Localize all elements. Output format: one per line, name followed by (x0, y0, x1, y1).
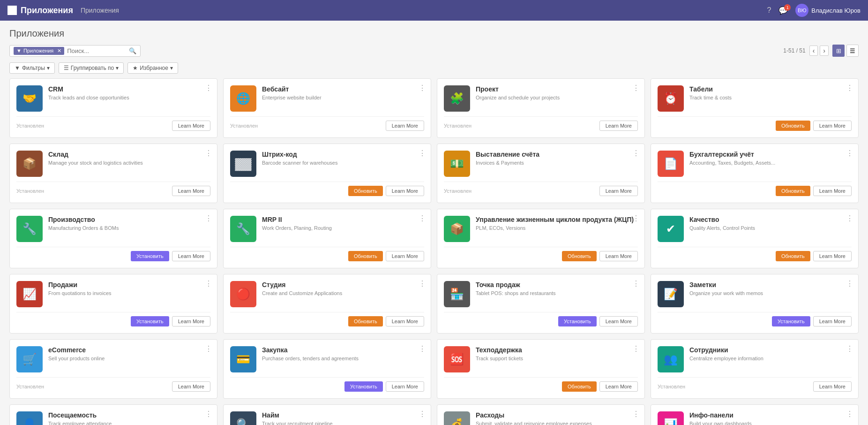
app-name: Табели (689, 85, 852, 93)
app-menu-btn[interactable]: ⋮ (419, 410, 426, 418)
install-btn[interactable]: Установить (558, 316, 597, 326)
app-name: Производство (48, 216, 210, 223)
app-desc: Track your recruitment pipeline (262, 420, 424, 425)
list-view-btn[interactable]: ☰ (846, 45, 859, 57)
logo-text: Приложения (21, 6, 73, 15)
groupby-btn[interactable]: ☰ Группировать по ▾ (59, 62, 124, 74)
search-box[interactable]: ▼ Приложения ✕ 🔍 (9, 45, 141, 57)
update-btn[interactable]: Обновить (348, 186, 383, 196)
learn-more-btn[interactable]: Learn More (386, 381, 424, 392)
search-input[interactable] (67, 47, 129, 54)
app-menu-btn[interactable]: ⋮ (632, 214, 640, 223)
learn-more-btn[interactable]: Learn More (813, 186, 852, 196)
app-status: Установлен (658, 384, 685, 389)
learn-more-btn[interactable]: Learn More (172, 381, 210, 392)
app-menu-btn[interactable]: ⋮ (632, 344, 640, 353)
learn-more-btn[interactable]: Learn More (386, 316, 424, 326)
learn-more-btn[interactable]: Learn More (599, 316, 638, 326)
app-desc: Purchase orders, tenders and agreements (262, 355, 424, 362)
favorites-btn[interactable]: ★ Избранное ▾ (127, 62, 178, 74)
app-menu-btn[interactable]: ⋮ (632, 83, 640, 92)
app-menu-btn[interactable]: ⋮ (419, 83, 426, 92)
app-info: Закупка Purchase orders, tenders and agr… (262, 346, 424, 362)
app-icon: 📊 (658, 411, 684, 425)
app-icon: 💵 (444, 151, 470, 177)
search-icon[interactable]: 🔍 (129, 47, 136, 54)
app-menu-btn[interactable]: ⋮ (205, 83, 212, 92)
install-btn[interactable]: Установить (131, 251, 169, 261)
grid-view-btn[interactable]: ⊞ (832, 45, 845, 57)
app-menu-btn[interactable]: ⋮ (205, 344, 212, 353)
app-menu-btn[interactable]: ⋮ (846, 279, 853, 288)
app-info: Сотрудники Centralize employee informati… (689, 346, 852, 362)
learn-more-btn[interactable]: Learn More (813, 121, 852, 131)
learn-more-btn[interactable]: Learn More (599, 186, 638, 196)
learn-more-btn[interactable]: Learn More (386, 251, 424, 261)
learn-more-btn[interactable]: Learn More (599, 251, 638, 261)
update-btn[interactable]: Обновить (562, 251, 597, 261)
app-menu-btn[interactable]: ⋮ (846, 214, 853, 223)
learn-more-btn[interactable]: Learn More (386, 186, 424, 196)
app-name: Бухгалтерский учёт (689, 151, 852, 158)
help-icon[interactable]: ? (767, 6, 771, 15)
learn-more-btn[interactable]: Learn More (813, 316, 852, 326)
learn-more-btn[interactable]: Learn More (599, 121, 638, 131)
app-icon: 🧩 (444, 85, 470, 112)
learn-more-btn[interactable]: Learn More (599, 381, 638, 392)
app-menu-btn[interactable]: ⋮ (205, 214, 212, 223)
notification-icon[interactable]: 💬 1 (778, 6, 788, 15)
prev-page-btn[interactable]: ‹ (809, 46, 818, 56)
app-menu-btn[interactable]: ⋮ (846, 410, 853, 418)
app-actions: УстановитьLearn More (131, 316, 210, 326)
app-footer: ОбновитьLearn More (230, 247, 424, 261)
update-btn[interactable]: Обновить (348, 316, 383, 326)
learn-more-btn[interactable]: Learn More (386, 121, 424, 131)
install-btn[interactable]: Установить (131, 316, 169, 326)
app-card: ⋮ 🆘 Техподдержка Track support tickets О… (437, 339, 645, 399)
learn-more-btn[interactable]: Learn More (172, 316, 210, 326)
app-desc: Manufacturing Orders & BOMs (48, 225, 210, 232)
next-page-btn[interactable]: › (820, 46, 829, 56)
app-actions: Learn More (172, 381, 210, 392)
update-btn[interactable]: Обновить (562, 381, 597, 392)
app-desc: Track support tickets (476, 355, 638, 362)
filters-btn[interactable]: ▼ Фильтры ▾ (9, 62, 55, 74)
app-actions: ОбновитьLearn More (562, 381, 638, 392)
app-card: ⋮ 💵 Выставление счёта Invoices & Payment… (437, 144, 645, 203)
install-btn[interactable]: Установить (344, 381, 383, 392)
learn-more-btn[interactable]: Learn More (172, 121, 210, 131)
app-menu-btn[interactable]: ⋮ (632, 149, 640, 158)
app-info: Точка продаж Tablet POS: shops and resta… (476, 281, 638, 297)
app-menu-btn[interactable]: ⋮ (205, 410, 212, 418)
update-btn[interactable]: Обновить (776, 251, 810, 261)
app-menu-btn[interactable]: ⋮ (846, 344, 853, 353)
app-menu-btn[interactable]: ⋮ (632, 410, 640, 418)
filter-tag-remove[interactable]: ✕ (57, 48, 61, 54)
page-content: Приложения ▼ Приложения ✕ 🔍 1-51 / 51 ‹ … (0, 21, 868, 425)
app-menu-btn[interactable]: ⋮ (419, 344, 426, 353)
learn-more-btn[interactable]: Learn More (172, 251, 210, 261)
learn-more-btn[interactable]: Learn More (172, 186, 210, 196)
install-btn[interactable]: Установить (772, 316, 810, 326)
update-btn[interactable]: Обновить (776, 121, 810, 131)
filter-row: ▼ Фильтры ▾ ☰ Группировать по ▾ ★ Избран… (9, 62, 859, 74)
app-menu-btn[interactable]: ⋮ (419, 214, 426, 223)
app-menu-btn[interactable]: ⋮ (205, 279, 212, 288)
app-menu-btn[interactable]: ⋮ (205, 149, 212, 158)
learn-more-btn[interactable]: Learn More (813, 381, 852, 392)
app-icon: 👥 (658, 346, 684, 372)
app-menu-btn[interactable]: ⋮ (846, 83, 853, 92)
learn-more-btn[interactable]: Learn More (813, 251, 852, 261)
user-menu[interactable]: ВЮ Владислав Юров (795, 4, 861, 17)
user-avatar: ВЮ (795, 4, 808, 17)
app-menu-btn[interactable]: ⋮ (632, 279, 640, 288)
app-menu-btn[interactable]: ⋮ (419, 149, 426, 158)
update-btn[interactable]: Обновить (776, 186, 810, 196)
groupby-chevron: ▾ (116, 65, 119, 71)
app-card: ⋮ 🏪 Точка продаж Tablet POS: shops and r… (437, 274, 645, 334)
update-btn[interactable]: Обновить (348, 251, 383, 261)
app-menu-btn[interactable]: ⋮ (846, 149, 853, 158)
app-menu-btn[interactable]: ⋮ (419, 279, 426, 288)
header-nav[interactable]: Приложения (81, 7, 119, 14)
app-icon: 💰 (444, 411, 470, 425)
